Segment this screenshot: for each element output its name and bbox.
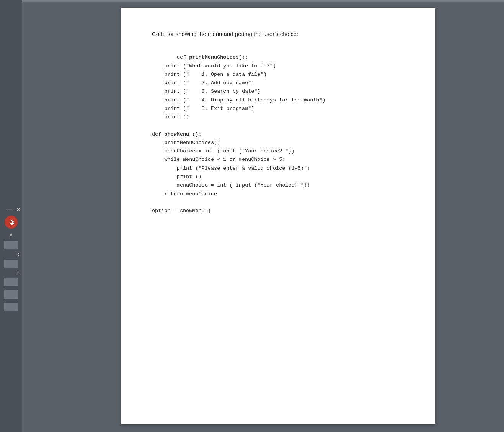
sidebar-label-q: ?| [0, 271, 22, 275]
sidebar-block-2 [4, 260, 18, 268]
top-bar [22, 0, 504, 2]
code-line-9: def showMenu (): [152, 131, 202, 137]
left-sidebar: — × ∧ c ?| [0, 0, 22, 432]
code-line-1: def printMenuChoices(): [177, 54, 248, 60]
code-line-10: printMenuChoices() [152, 140, 220, 146]
sidebar-block-1 [4, 241, 18, 249]
code-line-12: while menuChoice < 1 or menuChoice > 5: [152, 157, 285, 162]
code-line-17: option = showMenu() [152, 208, 211, 214]
code-line-11: menuChoice = int (input ("Your choice? "… [152, 148, 295, 154]
minimize-button[interactable]: — [7, 206, 13, 213]
code-line-7: print (" 5. Exit program") [152, 106, 254, 111]
code-line-4: print (" 2. Add new name") [152, 80, 254, 86]
document-area: Code for showing the menu and getting th… [52, 0, 504, 432]
code-line-8: print () [152, 114, 189, 120]
sidebar-block-5 [4, 303, 18, 311]
code-line-blank1 [152, 123, 155, 128]
sidebar-block-3 [4, 278, 18, 286]
close-button[interactable]: × [16, 206, 20, 213]
code-line-5: print (" 3. Search by date") [152, 88, 261, 94]
intro-text: Code for showing the menu and getting th… [152, 31, 405, 37]
code-line-16: return menuChoice [152, 191, 217, 197]
sidebar-label-c: c [0, 252, 22, 257]
code-line-13: print ("Please enter a valid choice (1-5… [152, 165, 310, 171]
code-line-blank2 [152, 200, 155, 205]
code-line-6: print (" 4. Display all birthdays for th… [152, 97, 326, 103]
camera-icon [8, 219, 15, 226]
code-line-14: print () [152, 174, 202, 180]
code-line-3: print (" 1. Open a data file") [152, 72, 267, 77]
camera-button[interactable] [5, 216, 18, 229]
window-controls: — × [0, 203, 22, 214]
scroll-up-button[interactable]: ∧ [0, 231, 22, 237]
code-line-15: menuChoice = int ( input ("Your choice? … [152, 182, 310, 188]
code-block: def printMenuChoices(): print ("What wou… [152, 45, 405, 224]
sidebar-block-4 [4, 290, 18, 299]
main-layout: Code for showing the menu and getting th… [0, 0, 504, 432]
code-line-2: print ("What would you like to do?") [152, 63, 276, 69]
document-page: Code for showing the menu and getting th… [121, 8, 435, 424]
